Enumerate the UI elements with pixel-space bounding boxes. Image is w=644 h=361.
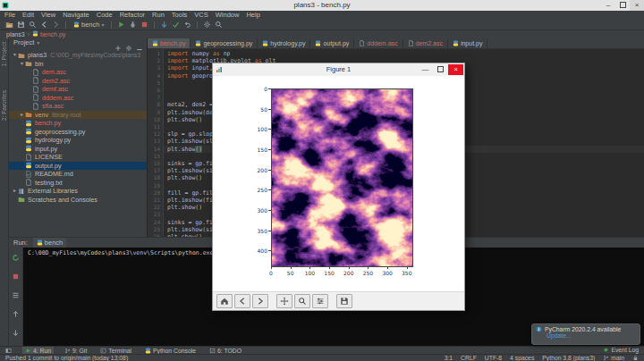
tab-input-py[interactable]: input.py <box>448 38 488 48</box>
toolbar-save-button[interactable] <box>15 20 27 30</box>
tab-dddem-asc[interactable]: dddem.asc <box>354 38 402 48</box>
menu-item-navigate[interactable]: Navigate <box>63 11 89 20</box>
run-action-rerun-button[interactable] <box>12 249 20 265</box>
event-log-button[interactable]: Event Log <box>603 346 639 354</box>
tree-expand-arrow[interactable]: ▾ <box>19 60 25 69</box>
breadcrumb-bench-py[interactable]: bench.py <box>32 30 65 38</box>
y-tick-mark <box>268 210 271 211</box>
toolbar-back-button[interactable] <box>38 20 50 30</box>
tree-item-output-py[interactable]: output.py <box>9 162 147 171</box>
figure-canvas[interactable]: 0501001502002503003504000501001502002503… <box>213 76 464 294</box>
run-action-up-button[interactable] <box>12 306 20 322</box>
menu-item-refactor[interactable]: Refactor <box>120 11 145 20</box>
y-tick-mark <box>268 149 271 150</box>
run-tab-label: bench <box>45 238 63 248</box>
fig-toolbar-home-button[interactable] <box>216 294 233 308</box>
tree-item-external-libraries[interactable]: ▸External Libraries <box>9 187 147 196</box>
line-number: 25 <box>148 226 160 232</box>
tab-bench-py[interactable]: bench.py <box>148 38 191 48</box>
toolbar-debug-button[interactable] <box>127 20 139 30</box>
tree-item-bin[interactable]: ▾bin <box>9 60 147 69</box>
status-python-3-8-plans3[interactable]: Python 3.8 (plans3) <box>542 355 595 361</box>
window-close-button[interactable]: × <box>630 0 644 11</box>
stripe-button-2-favorites[interactable]: 2: Favorites <box>1 90 7 121</box>
stripe-button-1-project[interactable]: 1: Project <box>1 42 7 66</box>
tab-dem2-asc[interactable]: dem2.asc <box>403 38 448 48</box>
toolbar-vcs-commit-button[interactable] <box>170 20 182 30</box>
tree-item-dem-asc[interactable]: dem.asc <box>9 68 147 77</box>
status-utf-8[interactable]: UTF-8 <box>485 355 502 361</box>
tree-item-sfla-asc[interactable]: sfla.asc <box>9 102 147 111</box>
fig-toolbar-fzoom-button[interactable] <box>294 294 310 308</box>
tree-item-venv[interactable]: ▸venvlibrary root <box>9 111 147 120</box>
tab-output-py[interactable]: output.py <box>310 38 354 48</box>
menu-item-tools[interactable]: Tools <box>172 11 188 20</box>
toolbar-vcs-update-button[interactable] <box>158 20 170 30</box>
x-tick-mark <box>407 266 408 269</box>
python-icon <box>37 239 43 246</box>
figure-minimize-button[interactable]: — <box>418 64 433 75</box>
tree-item-bench-py[interactable]: bench.py <box>9 119 147 128</box>
tree-item-geoprocessing-py[interactable]: geoprocessing.py <box>9 128 147 137</box>
status-3-1[interactable]: 3:1 <box>445 355 453 361</box>
run-action-list-button[interactable] <box>12 287 20 303</box>
menu-item-help[interactable]: Help <box>246 11 259 20</box>
menu-item-edit[interactable]: Edit <box>22 11 34 20</box>
tree-item-plans3[interactable]: ▾plans3C:\00D_myFiles\myCodes\plans3 <box>9 51 147 60</box>
tree-item-hydrology-py[interactable]: hydrology.py <box>9 136 147 145</box>
tree-item-demf-asc[interactable]: demf.asc <box>9 85 147 94</box>
run-action-stop-button[interactable] <box>12 268 20 284</box>
y-tick-mark <box>268 109 271 110</box>
toolbar-find-button[interactable] <box>27 20 38 30</box>
tree-item-label: dem.asc <box>42 68 66 77</box>
status-4-spaces[interactable]: 4 spaces <box>510 355 534 361</box>
tree-expand-arrow[interactable]: ▸ <box>19 111 25 120</box>
run-tab-bench[interactable]: bench <box>33 238 66 248</box>
tree-expand-arrow[interactable]: ▸ <box>12 187 18 196</box>
menu-item-window[interactable]: Window <box>216 11 240 20</box>
toolbar-rollback-button[interactable] <box>182 20 193 30</box>
menu-item-code[interactable]: Code <box>97 11 113 20</box>
fig-toolbar-ffwd-button[interactable] <box>252 294 268 308</box>
fig-toolbar-sliders-button[interactable] <box>312 294 328 308</box>
toolbar-open-button[interactable] <box>4 20 15 30</box>
maximize-icon <box>620 2 626 8</box>
tab-geoprocessing-py[interactable]: geoprocessing.py <box>191 38 258 48</box>
tree-item-testing-txt[interactable]: testing.txt <box>9 179 147 188</box>
menu-item-run[interactable]: Run <box>152 11 165 20</box>
run-configuration-select[interactable]: bench▾ <box>70 21 107 29</box>
tree-item-dddem-asc[interactable]: dddem.asc <box>9 94 147 103</box>
figure-titlebar[interactable]: Figure 1 — × <box>213 63 464 77</box>
tree-item-scratches-and-consoles[interactable]: Scratches and Consoles <box>9 196 147 205</box>
tree-item-readme-md[interactable]: README.md <box>9 170 147 179</box>
update-link[interactable]: Update... <box>547 332 636 339</box>
menu-item-vcs[interactable]: VCS <box>194 11 208 20</box>
figure-maximize-button[interactable] <box>433 64 448 75</box>
toolbar-stop-button[interactable] <box>139 20 150 30</box>
fig-toolbar-fsave-button[interactable] <box>336 294 352 308</box>
toolbar-run-button[interactable] <box>115 20 127 30</box>
run-action-down-button[interactable] <box>12 324 20 340</box>
window-minimize-button[interactable]: – <box>601 0 615 11</box>
figure-close-button[interactable]: × <box>448 64 463 75</box>
status-bar: Pushed 1 commit to origin/main (today 13… <box>0 354 644 361</box>
toolbar-right-gear-button[interactable] <box>201 20 213 30</box>
tree-item-input-py[interactable]: input.py <box>9 145 147 154</box>
menu-item-file[interactable]: File <box>4 11 15 20</box>
tree-expand-arrow[interactable]: ▾ <box>12 51 18 60</box>
tab-hydrology-py[interactable]: hydrology.py <box>258 38 310 48</box>
breadcrumb-plans3[interactable]: plans3 <box>6 30 25 38</box>
status-lock[interactable] <box>632 355 639 361</box>
toolbar-separator <box>65 21 66 29</box>
tree-item-license[interactable]: LICENSE <box>9 153 147 162</box>
toolbar-right-find-button[interactable] <box>213 20 225 30</box>
fig-toolbar-pan-button[interactable] <box>276 294 292 308</box>
fig-toolbar-fback-button[interactable] <box>234 294 250 308</box>
tree-item-dem2-asc[interactable]: dem2.asc <box>9 77 147 86</box>
menu-item-view[interactable]: View <box>41 11 55 20</box>
figure-window[interactable]: Figure 1 — × <box>212 63 465 311</box>
status-main[interactable]: main <box>603 355 624 361</box>
status-crlf[interactable]: CRLF <box>461 355 477 361</box>
toolbar-forward-button[interactable] <box>50 20 62 30</box>
window-maximize-button[interactable] <box>615 0 630 11</box>
